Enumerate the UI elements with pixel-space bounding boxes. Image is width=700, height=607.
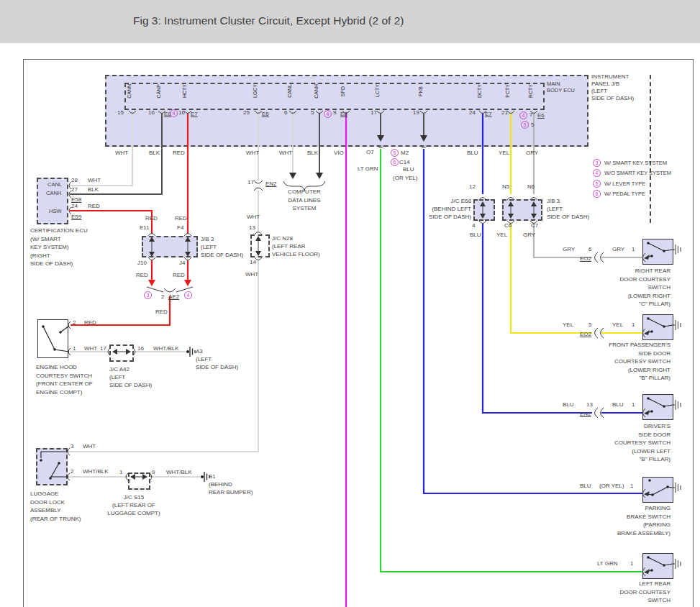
pin-num-canh: 5 <box>311 109 314 116</box>
wire-color-pkb: BLU <box>403 166 414 173</box>
driver-door-switch-box <box>642 394 673 420</box>
ecu-pin-cann: CANN <box>127 84 132 99</box>
fp-pin-1: 1 <box>632 321 635 328</box>
conn-e8-spd: E8 <box>340 111 347 117</box>
dr-blu-1: BLU <box>563 401 574 408</box>
jc-n28-box <box>250 234 270 257</box>
dr-conn-en2: EN2 <box>580 411 591 417</box>
conn-c14: C14 <box>399 159 410 165</box>
pin-num-lcty: 17 <box>371 109 377 116</box>
jb3l-red-above-2: RED <box>175 215 187 222</box>
rr-conn-eo2: EO2 <box>580 255 591 262</box>
en2-pin-17: 17 <box>247 179 254 186</box>
front-passenger-door-switch-box <box>642 314 673 340</box>
conn-e6-lgcy: E6 <box>262 111 269 117</box>
parking-brake-switch-box <box>642 477 673 503</box>
jb3r-label: J/B 3 (LEFT SIDE OF DASH) <box>547 197 589 221</box>
ae2-pin-2: 2 <box>161 293 164 300</box>
legend-text-3: W/ SMART KEY SYSTEM <box>604 160 667 166</box>
lugg-wht: WHT <box>83 443 96 449</box>
hood-wht: WHT <box>84 345 97 352</box>
instrument-panel-dash-line <box>650 75 651 223</box>
front-passenger-switch-label: FRONT PASSENGER'S SIDE DOOR COURTESY SWI… <box>609 341 671 383</box>
e68-blu: BLU <box>470 232 481 238</box>
engine-hood-switch-box <box>37 319 68 358</box>
luggage-lock-label: LUGGAGE DOOR LOCK ASSEMBLY (REAR OF TRUN… <box>30 490 81 523</box>
ecu-pin-lgcy: LGCY <box>253 84 258 98</box>
legend-circle-3-icon: 3 <box>593 159 601 167</box>
legend-circle-4-icon: 4 <box>593 169 601 177</box>
figure-title: Fig 3: Instrument Cluster Circuit, Excep… <box>133 14 404 27</box>
pb-pin-1: 1 <box>630 483 633 489</box>
jb3l-red-below-1: RED <box>136 272 148 278</box>
n28-wht-below: WHT <box>245 271 258 278</box>
instrument-panel-label: INSTRUMENT PANEL J/B (LEFT SIDE OF DASH) <box>591 73 634 102</box>
circled-6-pkb-icon: 6 <box>391 158 399 166</box>
e68-pin-12: 12 <box>469 183 476 190</box>
rr-pin-1: 1 <box>632 246 635 252</box>
luggage-lock-box <box>36 448 68 485</box>
jb3r-n5: N5 <box>502 183 509 190</box>
lr-ltgrn: LT GRN <box>597 560 618 567</box>
pin-num-pkb: 19 <box>413 109 419 116</box>
pin-num-rcty: 7 <box>529 111 532 118</box>
cert-pin-canh: CANH <box>46 190 61 196</box>
legend-circle-6-icon: 6 <box>593 190 601 198</box>
wire-color-lcty: LT GRN <box>358 165 378 172</box>
lugg-whtblk-2: WHT/BLK <box>166 469 192 475</box>
cert-color-wht: WHT <box>88 177 101 183</box>
circled-4-hcty-icon: 4 <box>170 109 178 117</box>
fp-yel-1: YEL <box>563 321 573 328</box>
jb3l-label: J/B 3 (LEFT SIDE OF DASH) <box>201 235 243 259</box>
dr-blu-2: BLU <box>612 401 624 408</box>
e68-label: J/C E68 (BEHIND LEFT SIDE OF DASH) <box>429 197 471 221</box>
cert-pin-canl: CANL <box>47 181 62 188</box>
ecu-pin-canp: CANP <box>156 84 161 98</box>
pb-or-yel: (OR YEL) <box>599 483 624 489</box>
pb-blu: BLU <box>580 483 591 489</box>
fp-pin-5: 5 <box>588 321 591 328</box>
circled-5-rcty-icon: 5 <box>521 121 529 129</box>
cert-num-27: 27 <box>71 186 78 193</box>
jb3l-j10: J10 <box>137 260 147 266</box>
jb3l-j4: J4 <box>179 260 185 266</box>
ground-s1-label: S1 (BEHIND REAR BUMPER) <box>209 473 253 496</box>
right-rear-door-switch-box <box>642 239 673 265</box>
main-body-ecu-label: MAIN BODY ECU <box>547 81 575 93</box>
lr-pin-1: 1 <box>630 560 633 567</box>
wire-color-pcty: YEL <box>499 150 509 156</box>
left-rear-switch-label: LEFT REAR DOOR COURTESY SWITCH (LOWER LE… <box>619 580 671 607</box>
s15-label: J/C S15 (LEFT REAR OF LUGGAGE COMPT) <box>101 493 167 517</box>
lugg-pin-3: 3 <box>71 443 73 449</box>
conn-e6-rcty: E6 <box>537 112 545 119</box>
circled-5-pkb-icon: 5 <box>391 149 399 157</box>
cert-num-28: 28 <box>71 177 78 183</box>
lugg-whtblk: WHT/BLK <box>83 468 109 475</box>
parking-brake-switch-label: PARKING BRAKE SWITCH (PARKING BRAKE ASSE… <box>617 504 671 537</box>
wire-color-hcty: RED <box>173 150 185 156</box>
ecu-pin-rcty: RCTY <box>528 84 533 98</box>
hood-pin-2: 2 <box>73 319 76 326</box>
legend-circle-5-icon: 5 <box>593 180 601 188</box>
fp-yel-2: YEL <box>612 321 623 328</box>
lugg-pin-2: 2 <box>71 468 73 475</box>
pin-num2-rcty: 5 <box>531 122 534 128</box>
pin-num-dcty: 24 <box>469 109 476 116</box>
ecu-pin-spd: SPD <box>340 86 345 96</box>
e68-pin-4: 4 <box>472 222 475 229</box>
pin-num-cann: 15 <box>117 109 124 116</box>
a42-label: J/C A42 (LEFT SIDE OF DASH) <box>109 365 152 389</box>
conn-e7-dcty: E7 <box>485 111 492 117</box>
ecu-pin-lcty: LCTY <box>375 84 380 97</box>
jc-e68-box <box>473 199 495 221</box>
dr-pin-1: 1 <box>632 401 635 408</box>
driver-switch-label: DRIVER'S SIDE DOOR COURTESY SWITCH (LOWE… <box>614 422 671 464</box>
legend-text-5: W/ LEVER TYPE <box>604 181 645 187</box>
ae2-red: RED <box>155 309 168 315</box>
conn-m2: M2 <box>401 150 409 156</box>
cert-ecu-label: CERTIFICATION ECU (W/ SMART KEY SYSTEM) … <box>30 227 88 268</box>
legend-text-4: W/O SMART KEY SYSTEM <box>604 170 671 176</box>
pin-num-lgcy: 25 <box>243 109 250 116</box>
jb3r-n6: N6 <box>527 183 535 190</box>
wire-color-canp: BLK <box>149 150 160 156</box>
